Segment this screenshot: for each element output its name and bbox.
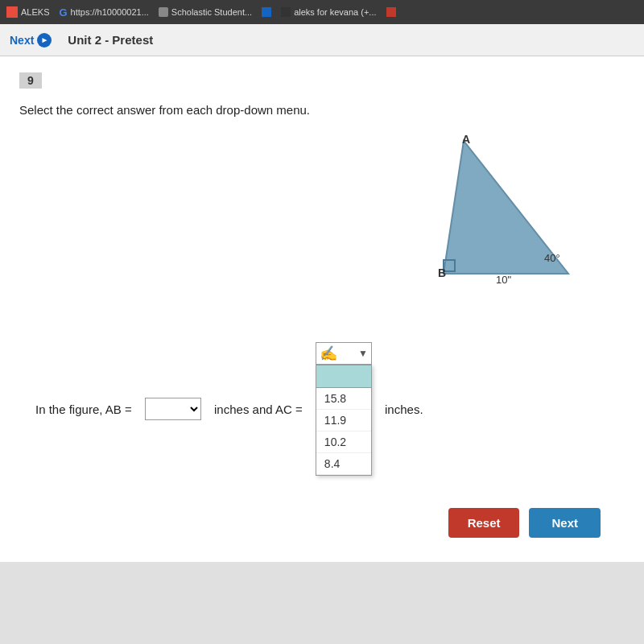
question-card: 9 Select the correct answer from each dr… [0, 56, 644, 562]
top-navigation: Next ► Unit 2 - Pretest [0, 24, 644, 56]
tab-aleks-kevana[interactable]: aleks for kevana (+... [281, 7, 376, 17]
aleks-icon [6, 6, 18, 18]
input-suffix-text: inches. [385, 402, 423, 416]
dropdown-option-102[interactable]: 10.2 [316, 431, 371, 453]
next-button[interactable]: Next [529, 508, 601, 538]
dropdown-ac-open: 15.8 11.9 10.2 8.4 [316, 365, 372, 476]
tab-blue[interactable] [262, 7, 271, 17]
figure-area: A B 10" 40° [19, 133, 625, 318]
side-label-10: 10" [496, 274, 511, 286]
main-content-area: 9 Select the correct answer from each dr… [0, 56, 644, 644]
dropdown-option-84[interactable]: 8.4 [316, 453, 371, 475]
dropdown-option-158[interactable]: 15.8 [316, 388, 371, 410]
vertex-label-a: A [462, 133, 470, 146]
question-instruction: Select the correct answer from each drop… [19, 103, 625, 117]
tab-google[interactable]: G https://h10000021... [59, 6, 148, 19]
angle-label-40: 40° [544, 252, 560, 264]
cursor-hand-icon: ✍ [316, 345, 341, 362]
next-label: Next [10, 34, 34, 47]
tab-aleks-kevana-label: aleks for kevana (+... [294, 7, 376, 17]
blue-tab-icon [262, 7, 271, 17]
google-icon: G [59, 6, 67, 19]
tab-scholastic[interactable]: Scholastic Student... [159, 7, 252, 17]
dropdown-ac-arrow: ▼ [358, 348, 371, 359]
tab-google-label: https://h10000021... [71, 7, 149, 17]
scholastic-icon [159, 7, 168, 17]
red-tab-icon [386, 7, 396, 17]
dropdown-ac-wrapper: ✍ ▼ 15.8 11.9 10.2 8.4 [316, 342, 372, 476]
input-row: In the figure, AB = 15.8 11.9 10.2 8.4 i… [19, 334, 625, 484]
input-middle-text: inches and AC = [214, 402, 303, 416]
vertex-label-b: B [438, 266, 446, 279]
nav-next-button[interactable]: Next ► [10, 33, 52, 47]
triangle-figure: A B 10" 40° [367, 133, 576, 310]
reset-button[interactable]: Reset [448, 508, 520, 538]
tab-aleks[interactable]: ALEKS [6, 6, 49, 18]
dropdown-ac-header [316, 365, 371, 388]
question-number: 9 [19, 72, 42, 89]
dropdown-option-119[interactable]: 11.9 [316, 410, 371, 431]
dropdown-ac-trigger[interactable]: ✍ ▼ [316, 342, 372, 365]
tab-aleks-label: ALEKS [21, 7, 49, 17]
tab-scholastic-label: Scholastic Student... [171, 7, 252, 17]
bottom-gray-area [0, 562, 644, 644]
triangle-svg [367, 133, 576, 310]
dropdown-ab[interactable]: 15.8 11.9 10.2 8.4 [145, 398, 201, 420]
browser-tab-bar: ALEKS G https://h10000021... Scholastic … [0, 0, 644, 24]
dark-tab-icon [281, 7, 291, 17]
tab-red[interactable] [386, 7, 396, 17]
next-arrow-icon: ► [37, 33, 52, 47]
page-title: Unit 2 - Pretest [68, 33, 153, 47]
input-prefix-text: In the figure, AB = [35, 402, 132, 416]
buttons-row: Reset Next [19, 492, 625, 538]
